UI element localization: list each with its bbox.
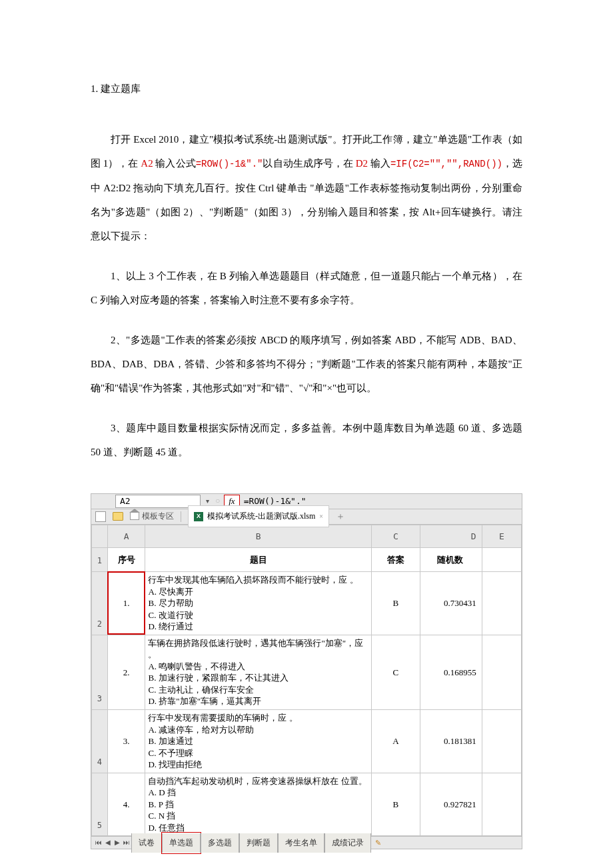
col-header-c[interactable]: C — [371, 525, 420, 547]
cell-b1[interactable]: 题目 — [145, 547, 371, 571]
close-tab-icon[interactable]: × — [319, 509, 323, 525]
template-zone-tab[interactable]: 模板专区 — [130, 507, 174, 526]
row-header-2[interactable]: 2 — [92, 571, 108, 635]
cell-c5[interactable]: B — [371, 773, 420, 836]
row-header-3[interactable]: 3 — [92, 635, 108, 709]
cell-b5[interactable]: 自动挡汽车起动发动机时，应将变速器操纵杆放在 位置。 A. D 挡 B. P 挡… — [145, 773, 371, 836]
paragraph-4: 3、题库中题目数量根据实际情况而定，多多益善。本例中题库数目为单选题 60 道、… — [91, 416, 522, 464]
template-zone-label: 模板专区 — [142, 507, 174, 526]
workbook-filename: 模拟考试系统-出题测试版.xlsm — [207, 507, 315, 526]
new-sheet-icon[interactable]: ✎ — [375, 834, 381, 851]
sheet-tab-single-choice[interactable]: 单选题 — [162, 833, 201, 853]
cell-e4[interactable] — [482, 709, 521, 773]
col-header-a[interactable]: A — [107, 525, 145, 547]
row-header-4[interactable]: 4 — [92, 709, 108, 773]
cell-b4[interactable]: 行车中发现有需要援助的车辆时，应 。 A. 减速停车，给对方以帮助 B. 加速通… — [145, 709, 371, 773]
sheet-nav-next-icon[interactable]: ▶ — [113, 835, 122, 851]
cell-a2[interactable]: 1. — [107, 571, 145, 635]
p1-text-d: 输入 — [368, 158, 390, 169]
sheet-nav-prev-icon[interactable]: ◀ — [103, 835, 113, 851]
sheet-tab-examinees[interactable]: 考生名单 — [278, 833, 324, 853]
tab-divider — [181, 511, 181, 522]
cell-a1[interactable]: 序号 — [107, 547, 145, 571]
cell-d4[interactable]: 0.181381 — [420, 709, 482, 773]
cell-d3[interactable]: 0.168955 — [420, 635, 482, 709]
col-header-d[interactable]: D — [420, 525, 482, 547]
cell-a3[interactable]: 2. — [107, 635, 145, 709]
cell-e3[interactable] — [482, 635, 521, 709]
open-folder-icon[interactable] — [113, 512, 123, 521]
p1-text-b: 输入公式 — [153, 158, 196, 169]
workbook-tab[interactable]: X 模拟考试系统-出题测试版.xlsm × — [188, 505, 329, 527]
file-tab-bar: 模板专区 X 模拟考试系统-出题测试版.xlsm × ＋ — [91, 509, 522, 525]
p1-text-c: 以自动生成序号，在 — [263, 158, 355, 169]
inline-ref-a2: A2 — [141, 158, 153, 169]
sheet-nav-last-icon[interactable]: ⏭ — [122, 835, 131, 851]
inline-ref-d2: D2 — [356, 158, 368, 169]
cell-c3[interactable]: C — [371, 635, 420, 709]
sheet-tab-scores[interactable]: 成绩记录 — [324, 833, 371, 853]
section-title: 1. 建立题库 — [91, 77, 522, 101]
p1-text-e: ，选中 A2:D2 拖动向下填充几百行。按住 Ctrl 键单击 "单选题"工作表… — [91, 158, 522, 241]
cell-d2[interactable]: 0.730431 — [420, 571, 482, 635]
inline-formula-if: =IF(C2="","",RAND()) — [390, 159, 502, 169]
cell-c1[interactable]: 答案 — [371, 547, 420, 571]
paragraph-2: 1、以上 3 个工作表，在 B 列输入单选题题目（样式随意，但一道题只能占一个单… — [91, 264, 522, 312]
cell-a5[interactable]: 4. — [107, 773, 145, 836]
sheet-tab-paper[interactable]: 试卷 — [131, 833, 162, 853]
spreadsheet-grid[interactable]: A B C D E 1 序号 题目 答案 随机数 2 1. 行车中 — [91, 525, 522, 837]
inline-formula-row: =ROW()-1&"." — [196, 159, 263, 169]
cell-e1[interactable] — [482, 547, 521, 571]
sheet-tab-multi-choice[interactable]: 多选题 — [201, 833, 239, 853]
col-header-e[interactable]: E — [482, 525, 521, 547]
cell-a4[interactable]: 3. — [107, 709, 145, 773]
row-header-5[interactable]: 5 — [92, 773, 108, 836]
cell-d5[interactable]: 0.927821 — [420, 773, 482, 836]
cell-c4[interactable]: A — [371, 709, 420, 773]
cell-b2[interactable]: 行车中发现其他车辆陷入损坏路段而不能行驶时，应 。 A. 尽快离开 B. 尽力帮… — [145, 571, 371, 635]
cell-e5[interactable] — [482, 773, 521, 836]
new-doc-icon[interactable] — [95, 511, 106, 522]
paragraph-3: 2、"多选题"工作表的答案必须按 ABCD 的顺序填写，例如答案 ABD，不能写… — [91, 328, 522, 400]
col-header-b[interactable]: B — [145, 525, 371, 547]
cell-c2[interactable]: B — [371, 571, 420, 635]
select-all-corner[interactable] — [92, 525, 108, 547]
new-tab-icon[interactable]: ＋ — [336, 505, 345, 528]
sheet-nav-first-icon[interactable]: ⏮ — [94, 835, 103, 851]
cell-d1[interactable]: 随机数 — [420, 547, 482, 571]
cell-e2[interactable] — [482, 571, 521, 635]
row-header-1[interactable]: 1 — [92, 547, 108, 571]
excel-screenshot: A2 ▾ ○ fx =ROW()-1&"." 模板专区 X 模拟考试系统-出题测… — [91, 493, 522, 850]
home-icon — [130, 513, 139, 520]
sheet-tab-judge[interactable]: 判断题 — [239, 833, 278, 853]
excel-file-icon: X — [194, 512, 203, 521]
paragraph-1: 打开 Excel 2010，建立"模拟考试系统-出题测试版"。打开此工作簿，建立… — [91, 127, 522, 248]
sheet-tab-bar: ⏮ ◀ ▶ ⏭ 试卷 单选题 多选题 判断题 考生名单 成绩记录 ✎ — [91, 836, 522, 849]
cell-b3[interactable]: 车辆在拥挤路段低速行驶时，遇其他车辆强行"加塞"，应 。 A. 鸣喇叭警告，不得… — [145, 635, 371, 709]
